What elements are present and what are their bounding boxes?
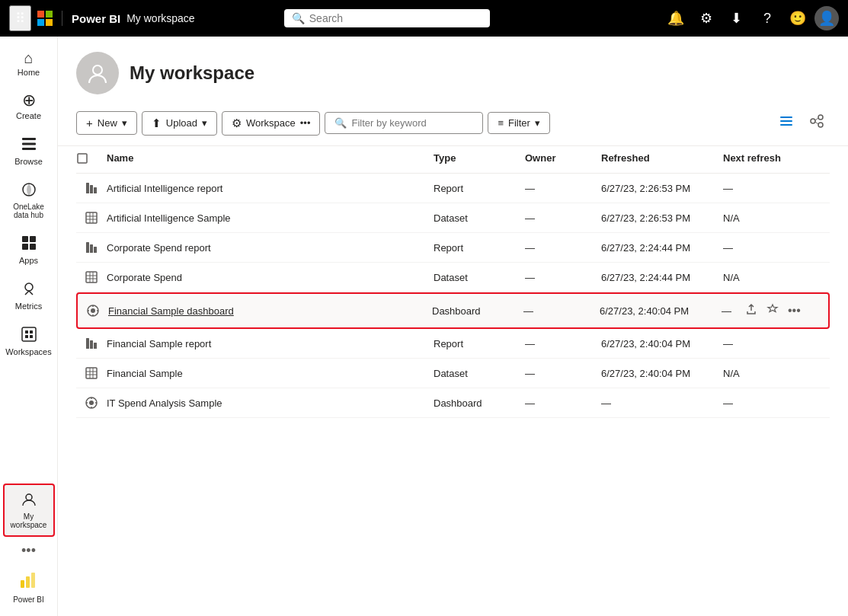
svg-rect-13 — [30, 335, 33, 338]
top-navigation: ⠿ Power BI My workspace 🔍 🔔 ⚙ ⬇ ? 🙂 👤 — [0, 0, 848, 37]
svg-rect-5 — [30, 236, 36, 242]
search-container: 🔍 — [284, 9, 490, 27]
settings-button[interactable]: ⚙ — [693, 5, 720, 32]
upload-icon: ⬆ — [152, 116, 162, 130]
row-refreshed: 6/27/23, 2:40:04 PM — [601, 368, 723, 379]
microsoft-logo — [37, 11, 53, 26]
svg-rect-53 — [86, 368, 97, 378]
dashboard-link[interactable]: Financial Sample dashboard — [108, 305, 234, 317]
search-icon: 🔍 — [292, 12, 305, 24]
row-name: Financial Sample — [107, 368, 434, 379]
row-next-refresh: N/A — [723, 368, 830, 379]
top-nav-icons: 🔔 ⚙ ⬇ ? 🙂 👤 — [662, 5, 839, 32]
lineage-icon — [809, 113, 824, 129]
svg-rect-12 — [25, 335, 28, 338]
svg-point-45 — [91, 308, 95, 313]
more-actions-button[interactable]: ••• — [786, 302, 802, 319]
row-type-icon — [76, 211, 107, 225]
svg-rect-21 — [780, 124, 792, 126]
workspace-gear-icon: ⚙ — [232, 116, 242, 130]
upload-button[interactable]: ⬆ Upload ▾ — [142, 111, 217, 136]
download-button[interactable]: ⬇ — [723, 5, 750, 32]
powerbi-icon — [19, 571, 37, 594]
row-type: Dashboard — [432, 305, 523, 317]
sidebar-item-browse[interactable]: Browse — [3, 128, 55, 174]
row-owner: — — [525, 183, 601, 194]
app-name: Power BI — [72, 12, 120, 25]
row-next-refresh: N/A — [723, 212, 830, 224]
notifications-button[interactable]: 🔔 — [662, 5, 690, 32]
powerbi-logo-bottom[interactable]: Power BI — [10, 565, 47, 610]
filter-button[interactable]: ≡ Filter ▾ — [488, 112, 549, 134]
onelake-icon — [21, 181, 37, 200]
filter-input-container: 🔍 — [325, 112, 483, 134]
row-refreshed: — — [601, 397, 723, 409]
workspace-avatar — [76, 52, 119, 94]
row-name: Artificial Intelligence Sample — [107, 212, 434, 224]
sidebar-item-workspaces[interactable]: Workspaces — [3, 318, 55, 364]
row-next-refresh: — — [723, 397, 830, 409]
toolbar: + New ▾ ⬆ Upload ▾ ⚙ Workspace ••• 🔍 ≡ F… — [58, 104, 848, 146]
col-name: Name — [107, 152, 434, 167]
sidebar-item-metrics[interactable]: Metrics — [3, 273, 55, 318]
sidebar-item-home[interactable]: ⌂ Home — [3, 43, 55, 85]
svg-rect-28 — [86, 183, 89, 193]
row-type: Dashboard — [434, 397, 525, 409]
svg-rect-19 — [780, 116, 792, 118]
svg-rect-20 — [780, 120, 792, 122]
sidebar-item-create[interactable]: ⊕ Create — [3, 85, 55, 128]
row-refreshed: 6/27/23, 2:24:44 PM — [601, 242, 723, 254]
svg-rect-38 — [94, 247, 97, 253]
metrics-icon — [21, 280, 37, 299]
svg-line-25 — [815, 118, 818, 120]
table-row: Artificial Intelligence report Report — … — [76, 174, 830, 203]
new-button[interactable]: + New ▾ — [76, 111, 137, 135]
row-name: Artificial Intelligence report — [107, 183, 434, 194]
share-button[interactable] — [744, 302, 759, 320]
row-type: Report — [434, 242, 525, 254]
feedback-button[interactable]: 🙂 — [784, 5, 811, 32]
svg-line-26 — [815, 122, 818, 124]
row-owner: — — [525, 368, 601, 379]
row-owner: — — [525, 272, 601, 283]
main-content: My workspace + New ▾ ⬆ Upload ▾ ⚙ Worksp… — [58, 37, 848, 616]
workspace-button[interactable]: ⚙ Workspace ••• — [222, 111, 320, 136]
row-refreshed: 6/27/23, 2:26:53 PM — [601, 212, 723, 224]
table-row: Financial Sample Dataset — 6/27/23, 2:40… — [76, 359, 830, 388]
list-view-button[interactable] — [773, 110, 799, 136]
svg-rect-37 — [90, 244, 93, 253]
svg-rect-39 — [86, 272, 97, 282]
table-header: Name Type Owner Refreshed Next refresh — [76, 146, 830, 174]
more-options-button[interactable]: ••• — [15, 537, 42, 565]
svg-rect-16 — [26, 576, 30, 588]
row-type-icon — [76, 396, 107, 410]
help-button[interactable]: ? — [754, 5, 781, 32]
content-table: Name Type Owner Refreshed Next refresh A… — [58, 146, 848, 418]
row-type: Dataset — [434, 212, 525, 224]
ms-logo-icon — [37, 11, 53, 26]
search-input[interactable] — [309, 12, 482, 24]
svg-rect-0 — [22, 138, 36, 140]
new-icon: + — [86, 116, 93, 129]
avatar-icon: 👤 — [818, 10, 835, 27]
svg-rect-7 — [30, 244, 36, 250]
row-refreshed: 6/27/23, 2:40:04 PM — [601, 338, 723, 349]
row-type-icon — [76, 181, 107, 195]
upload-chevron-icon: ▾ — [202, 117, 207, 129]
svg-rect-30 — [94, 187, 97, 193]
sidebar-item-apps[interactable]: Apps — [3, 227, 55, 273]
main-layout: ⌂ Home ⊕ Create Browse — [0, 37, 848, 616]
lineage-view-button[interactable] — [804, 110, 830, 136]
filter-input[interactable] — [351, 117, 473, 129]
row-owner: — — [523, 305, 600, 317]
row-type: Report — [434, 338, 525, 349]
svg-point-14 — [26, 494, 32, 500]
row-name: Corporate Spend report — [107, 242, 434, 254]
sidebar-item-myworkspace[interactable]: My workspace — [3, 484, 55, 537]
sidebar-item-onelake[interactable]: OneLake data hub — [3, 174, 55, 227]
row-refreshed: 6/27/23, 2:24:44 PM — [601, 272, 723, 283]
apps-grid-button[interactable]: ⠿ — [9, 5, 31, 31]
favorite-button[interactable] — [765, 302, 780, 320]
workspace-title: My workspace — [130, 62, 254, 84]
user-avatar[interactable]: 👤 — [814, 6, 839, 30]
